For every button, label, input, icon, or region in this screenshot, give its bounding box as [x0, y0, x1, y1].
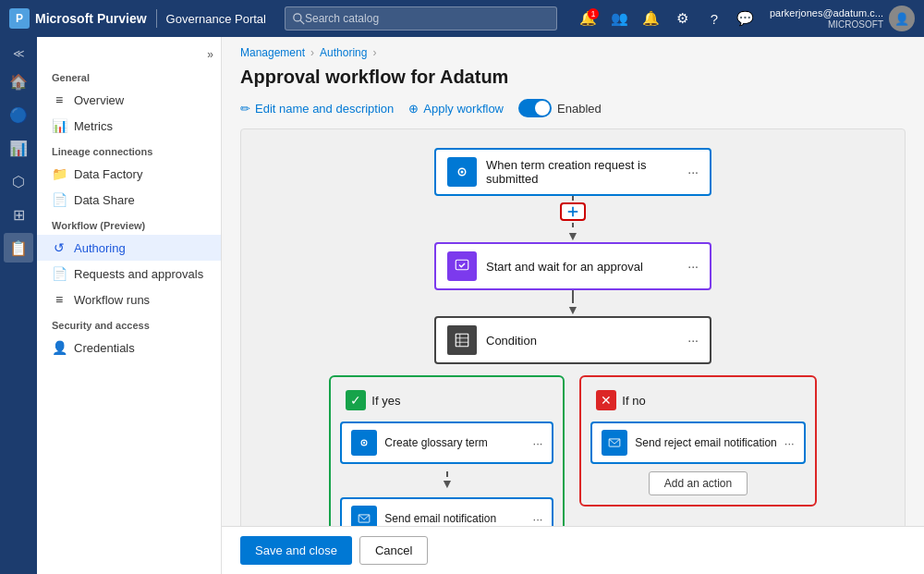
edit-name-label: Edit name and description [255, 102, 394, 116]
branch-yes-label: If yes [371, 394, 400, 408]
condition-node[interactable]: Condition ··· [434, 316, 711, 364]
sidebar-item-data-factory[interactable]: 📁 Data Factory [37, 161, 221, 187]
add-step-btn[interactable] [560, 202, 586, 221]
avatar: 👤 [889, 6, 915, 31]
search-bar[interactable] [285, 6, 557, 31]
authoring-icon: ↺ [52, 240, 67, 255]
edit-name-btn[interactable]: ✏ Edit name and description [240, 102, 394, 116]
branch-yes-arrow-head: ▼ [441, 477, 454, 490]
branch-no-header: ✕ If no [590, 386, 805, 414]
branch-yes-check: ✓ [346, 390, 366, 410]
top-navigation: P Microsoft Purview Governance Portal 🔔 … [0, 0, 924, 37]
rail-catalog-icon[interactable]: 🔵 [4, 100, 33, 129]
collapse-nav-btn[interactable]: » [37, 44, 221, 65]
bottom-bar: Save and close Cancel [222, 526, 924, 574]
branch-yes-arrow: ▼ [340, 471, 553, 490]
user-name: parkerjones@adatum.c... [770, 7, 883, 19]
create-glossary-node[interactable]: Create glossary term ··· [340, 421, 553, 464]
create-glossary-label: Create glossary term [384, 436, 525, 449]
requests-icon: 📄 [52, 266, 67, 281]
toolbar: ✏ Edit name and description ⊕ Apply work… [222, 99, 924, 128]
approval-node[interactable]: Start and wait for an approval ··· [434, 242, 711, 290]
apply-workflow-label: Apply workflow [423, 102, 504, 116]
rail-manage-icon[interactable]: ⊞ [4, 200, 33, 229]
search-icon [293, 13, 305, 25]
brand-logo: P Microsoft Purview [9, 8, 147, 29]
breadcrumb: Management › Authoring › [222, 37, 924, 63]
apply-workflow-btn[interactable]: ⊕ Apply workflow [408, 102, 504, 116]
help-icon[interactable]: ? [701, 6, 727, 31]
bell-icon[interactable]: 🔔 [638, 6, 664, 31]
main-content: Management › Authoring › Approval workfl… [222, 37, 924, 574]
search-input[interactable] [305, 12, 549, 25]
branch-yes-box: ✓ If yes Create glossary term ··· [329, 375, 565, 526]
cancel-btn[interactable]: Cancel [359, 536, 428, 565]
settings-icon[interactable]: ⚙ [670, 6, 696, 31]
rail-workflow-icon[interactable]: 📋 [4, 233, 33, 263]
icon-rail: ≪ 🏠 🔵 📊 ⬡ ⊞ 📋 [0, 37, 37, 574]
svg-rect-7 [456, 334, 468, 347]
data-share-icon: 📄 [52, 192, 67, 207]
notification-badge: 1 [588, 8, 599, 19]
condition-menu-icon[interactable]: ··· [687, 333, 699, 348]
sidebar-item-metrics[interactable]: 📊 Metrics [37, 113, 221, 139]
lineage-section-title: Lineage connections [37, 139, 221, 161]
breadcrumb-sep2: › [372, 46, 376, 59]
rail-insights-icon[interactable]: 📊 [4, 133, 33, 163]
sidebar-item-data-share[interactable]: 📄 Data Share [37, 187, 221, 213]
create-glossary-menu[interactable]: ··· [533, 436, 543, 450]
send-reject-label: Send reject email notification [635, 436, 776, 449]
breadcrumb-authoring[interactable]: Authoring [320, 46, 367, 59]
send-email-menu[interactable]: ··· [533, 512, 543, 526]
user-menu[interactable]: parkerjones@adatum.c... MICROSOFT 👤 [770, 6, 915, 31]
rail-home-icon[interactable]: 🏠 [4, 67, 33, 96]
sidebar-overview-label: Overview [74, 93, 124, 107]
approval-menu-icon[interactable]: ··· [687, 259, 699, 274]
save-close-btn[interactable]: Save and close [240, 536, 352, 565]
data-factory-icon: 📁 [52, 166, 67, 181]
sidebar-item-requests[interactable]: 📄 Requests and approvals [37, 261, 221, 287]
plus-connector: ▼ [560, 196, 586, 242]
send-reject-node[interactable]: Send reject email notification ··· [590, 421, 805, 464]
user-org: MICROSOFT [770, 19, 883, 30]
sidebar-workflow-runs-label: Workflow runs [74, 293, 150, 307]
send-email-node[interactable]: Send email notification ··· [340, 497, 553, 526]
sidebar-item-overview[interactable]: ≡ Overview [37, 87, 221, 113]
enabled-toggle[interactable] [518, 99, 552, 117]
approval-label: Start and wait for an approval [486, 260, 678, 274]
rail-data-icon[interactable]: ⬡ [4, 166, 33, 196]
workflow-runs-icon: ≡ [52, 292, 67, 307]
branch-no-label: If no [622, 394, 645, 408]
send-email-label: Send email notification [384, 512, 525, 525]
breadcrumb-sep1: › [310, 46, 314, 59]
notification-icon[interactable]: 🔔 1 [576, 6, 602, 31]
trigger-label: When term creation request is submitted [486, 158, 678, 186]
apply-icon: ⊕ [408, 102, 419, 116]
page-title: Approval workflow for Adatum [222, 63, 924, 99]
arr-short-bot [572, 223, 574, 227]
add-action-no-btn[interactable]: Add an action [649, 471, 748, 495]
trigger-node[interactable]: When term creation request is submitted … [434, 148, 711, 196]
send-reject-icon [602, 430, 627, 456]
arr-short-top [572, 196, 574, 201]
sidebar-authoring-label: Authoring [74, 241, 126, 255]
people-icon[interactable]: 👥 [607, 6, 633, 31]
arrow-head-1: ▼ [566, 229, 579, 242]
send-reject-menu[interactable]: ··· [784, 436, 795, 450]
canvas-wrapper: When term creation request is submitted … [222, 128, 924, 526]
workflow-canvas: When term creation request is submitted … [240, 128, 906, 526]
breadcrumb-management[interactable]: Management [240, 46, 305, 59]
sidebar-item-credentials[interactable]: 👤 Credentials [37, 335, 221, 360]
create-glossary-icon [351, 430, 377, 456]
branch-no-box: ✕ If no Send reject email notification ·… [579, 375, 816, 507]
branches-container: ✓ If yes Create glossary term ··· [329, 375, 816, 526]
sidebar-item-workflow-runs[interactable]: ≡ Workflow runs [37, 287, 221, 312]
svg-point-12 [363, 442, 365, 444]
approval-icon [447, 251, 477, 281]
trigger-menu-icon[interactable]: ··· [687, 165, 699, 179]
feedback-icon[interactable]: 💬 [733, 6, 759, 31]
arrow-2: ▼ [566, 290, 579, 316]
metrics-icon: 📊 [52, 118, 67, 133]
sidebar-item-authoring[interactable]: ↺ Authoring [37, 235, 221, 261]
rail-expand-btn[interactable]: ≪ [4, 44, 33, 63]
